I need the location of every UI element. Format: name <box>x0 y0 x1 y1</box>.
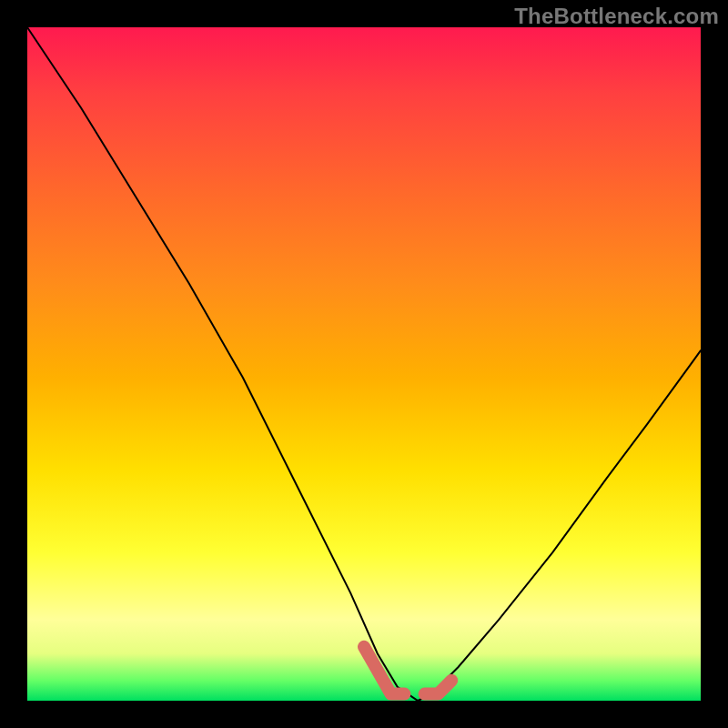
plot-area <box>27 27 701 701</box>
optimal-marker-right-path <box>425 681 452 694</box>
bottleneck-curve-path <box>27 27 701 701</box>
curve-layer <box>27 27 701 701</box>
attribution-text: TheBottleneck.com <box>514 4 719 29</box>
chart-frame: TheBottleneck.com <box>0 0 728 728</box>
